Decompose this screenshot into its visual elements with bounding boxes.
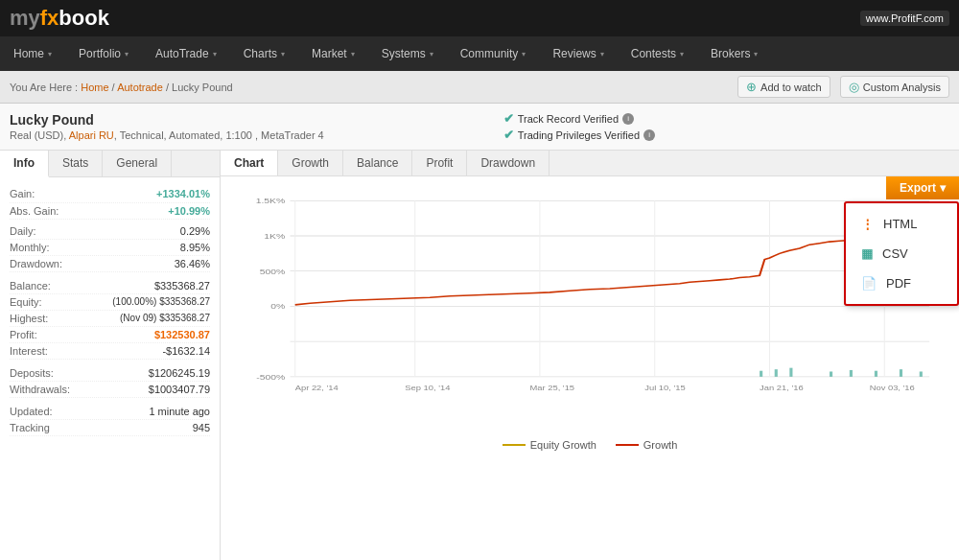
withdrawals-value: $1003407.79 [149,384,210,395]
chart-tab-balance[interactable]: Balance [343,151,412,175]
svg-rect-28 [875,371,877,377]
pdf-icon: 📄 [861,276,877,291]
add-to-watch-button[interactable]: ⊕ Add to watch [737,76,830,98]
logo-book: book [58,6,109,30]
tracking-value: 945 [193,422,210,433]
nav-brokers[interactable]: Brokers ▾ [697,36,771,71]
export-pdf-option[interactable]: 📄 PDF [846,268,957,298]
growth-label: Growth [643,439,677,451]
updated-label: Updated: [10,406,53,417]
nav-home[interactable]: Home ▾ [0,36,65,71]
trading-privileges-label: Trading Privileges Verified [518,129,640,141]
chart-tab-growth[interactable]: Growth [278,151,343,175]
drawdown-label: Drawdown: [10,258,62,269]
privileges-info-icon[interactable]: i [643,129,655,141]
svg-text:-500%: -500% [256,373,285,381]
watermark: www.ProfitF.com [860,11,949,26]
chart-tab-chart[interactable]: Chart [221,151,278,175]
charts-arrow: ▾ [281,50,285,58]
nav-reviews[interactable]: Reviews ▾ [539,36,617,71]
nav-autotrade[interactable]: AutoTrade ▾ [142,36,230,71]
tab-info[interactable]: Info [0,151,49,177]
custom-analysis-button[interactable]: ◎ Custom Analysis [840,76,949,98]
export-pdf-label: PDF [886,276,911,291]
svg-text:Jul 10, '15: Jul 10, '15 [644,385,686,392]
stat-group4: Updated: 1 minute ago Tracking 945 [10,404,210,436]
export-html-label: HTML [883,217,917,231]
gain-value: +1334.01% [156,188,210,199]
alpari-link[interactable]: Alpari RU [69,129,114,141]
watch-label: Add to watch [760,82,822,93]
export-label: Export [900,181,936,195]
chart-legend: Equity Growth Growth [230,435,949,453]
account-name: Lucky Pound [10,112,324,128]
track-info-icon[interactable]: i [622,113,634,125]
site-logo[interactable]: myfxbook [10,6,109,31]
tab-stats[interactable]: Stats [49,151,103,176]
portfolio-arrow: ▾ [125,50,129,58]
logo-my: my [10,6,40,30]
svg-text:1.5K%: 1.5K% [256,198,286,205]
export-csv-option[interactable]: ▦ CSV [846,239,957,268]
breadcrumb-autotrade[interactable]: Autotrade [117,82,163,93]
nav-systems[interactable]: Systems ▾ [368,36,447,71]
tab-general[interactable]: General [103,151,172,176]
tracking-label: Tracking [10,422,50,433]
daily-label: Daily: [10,225,36,237]
svg-rect-26 [830,371,832,376]
account-info: Lucky Pound Real (USD), Alpari RU, Techn… [10,112,324,141]
autotrade-arrow: ▾ [213,50,217,58]
stat-highest: Highest: (Nov 09) $335368.27 [10,311,210,327]
legend-equity: Equity Growth [503,439,596,451]
svg-text:Sep 10, '14: Sep 10, '14 [405,385,451,392]
chart-tab-drawdown[interactable]: Drawdown [467,151,550,175]
left-panel: Info Stats General Gain: +1334.01% Abs. … [0,151,221,560]
abs-gain-label: Abs. Gain: [10,205,58,217]
logo-fx: fx [40,6,59,30]
trading-privileges-badge: ✔ Trading Privileges Verified i [503,128,655,142]
equity-label: Equity Growth [530,439,596,451]
legend-growth: Growth [616,439,677,451]
track-check-icon: ✔ [503,111,514,126]
export-button-row: Export ▾ [844,176,959,199]
deposits-value: $1206245.19 [149,367,210,379]
profit-value: $132530.87 [154,329,210,340]
verified-badges: ✔ Track Record Verified i ✔ Trading Priv… [503,111,655,142]
deposits-label: Deposits: [10,367,54,379]
breadcrumb-current: Lucky Pound [172,82,233,93]
nav-bar: Home ▾ Portfolio ▾ AutoTrade ▾ Charts ▾ … [0,36,959,71]
breadcrumb-prefix: You Are Here : [10,82,81,93]
nav-contests[interactable]: Contests ▾ [618,36,697,71]
svg-rect-27 [850,370,853,377]
stat-updated: Updated: 1 minute ago [10,404,210,420]
stat-abs-gain: Abs. Gain: +10.99% [10,203,210,220]
stat-group3: Deposits: $1206245.19 Withdrawals: $1003… [10,365,210,398]
csv-icon: ▦ [861,246,873,261]
svg-text:Jan 21, '16: Jan 21, '16 [760,385,804,392]
breadcrumb: You Are Here : Home / Autotrade / Lucky … [10,82,233,93]
breadcrumb-home[interactable]: Home [81,82,108,93]
analysis-icon: ◎ [849,80,859,94]
reviews-arrow: ▾ [600,50,604,58]
export-button[interactable]: Export ▾ [886,176,959,199]
logo-bar: myfxbook www.ProfitF.com [0,0,959,36]
account-details: Real (USD), Alpari RU, Technical, Automa… [10,129,324,141]
home-arrow: ▾ [48,50,52,58]
stat-monthly: Monthly: 8.95% [10,240,210,256]
svg-text:1K%: 1K% [264,232,285,240]
svg-text:Apr 22, '14: Apr 22, '14 [295,385,339,392]
nav-community[interactable]: Community ▾ [447,36,540,71]
stat-daily: Daily: 0.29% [10,223,210,240]
balance-label: Balance: [10,280,51,292]
nav-portfolio[interactable]: Portfolio ▾ [65,36,142,71]
export-html-option[interactable]: ⋮ HTML [846,209,957,239]
systems-arrow: ▾ [430,50,433,58]
community-arrow: ▾ [522,50,526,58]
nav-market[interactable]: Market ▾ [298,36,368,71]
track-record-label: Track Record Verified [518,113,619,125]
chart-tab-profit[interactable]: Profit [412,151,467,175]
analysis-label: Custom Analysis [863,82,941,93]
nav-charts[interactable]: Charts ▾ [230,36,298,71]
profit-label: Profit: [10,329,37,340]
stat-balance: Balance: $335368.27 [10,278,210,294]
